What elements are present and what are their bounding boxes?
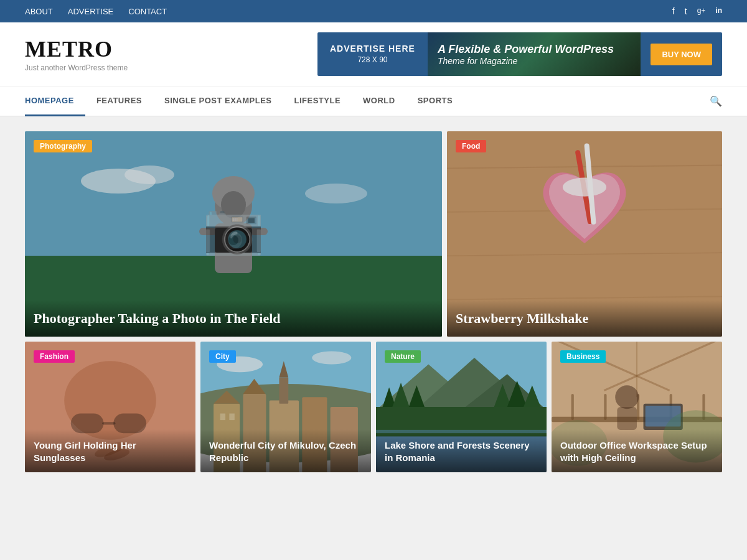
top-navigation: ABOUT ADVERTISE CONTACT: [25, 7, 167, 16]
featured-large-card[interactable]: Photography Photographer Taking a Photo …: [25, 131, 442, 337]
fashion-badge[interactable]: Fashion: [34, 350, 75, 363]
site-tagline: Just another WordPress theme: [25, 63, 128, 72]
ad-title: ADVERTISE HERE: [330, 43, 415, 55]
site-header: METRO Just another WordPress theme ADVER…: [0, 22, 747, 86]
business-overlay-content: Outdoor Office Workspace Setup with High…: [552, 429, 722, 472]
ad-left-panel: ADVERTISE HERE 728 X 90: [317, 43, 428, 65]
featured-large-overlay-content: Photographer Taking a Photo in The Field: [25, 300, 442, 337]
business-badge[interactable]: Business: [560, 350, 606, 363]
city-card[interactable]: City Wonderful City of Mikulov, Czech Re…: [200, 342, 371, 472]
main-content: Photography Photographer Taking a Photo …: [25, 131, 722, 472]
bottom-grid: Fashion Young Girl Holding Her Sunglasse…: [25, 342, 722, 472]
main-navigation: HOMEPAGE FEATURES SINGLE POST EXAMPLES L…: [0, 86, 747, 116]
top-bar: ABOUT ADVERTISE CONTACT f t g+ in: [0, 0, 747, 22]
buy-now-button[interactable]: BUY NOW: [651, 44, 712, 65]
nav-homepage[interactable]: HOMEPAGE: [25, 86, 85, 116]
city-badge[interactable]: City: [209, 350, 236, 363]
nature-overlay-content: Lake Shore and Forests Scenery in Romani…: [376, 429, 547, 472]
fashion-card[interactable]: Fashion Young Girl Holding Her Sunglasse…: [25, 342, 195, 472]
nav-single-post-examples[interactable]: SINGLE POST EXAMPLES: [153, 86, 283, 116]
logo-area: METRO Just another WordPress theme: [25, 36, 128, 72]
nature-title: Lake Shore and Forests Scenery in Romani…: [385, 439, 538, 464]
ad-middle-panel: A Flexible & Powerful WordPress Theme fo…: [428, 32, 641, 76]
ad-subheadline: Theme for Magazine: [438, 56, 631, 66]
featured-small-title: Strawberry Milkshake: [456, 310, 713, 328]
contact-link[interactable]: CONTACT: [128, 7, 167, 16]
nature-badge[interactable]: Nature: [385, 350, 421, 363]
photography-badge[interactable]: Photography: [34, 140, 92, 152]
advertise-link[interactable]: ADVERTISE: [68, 7, 113, 16]
food-badge[interactable]: Food: [456, 140, 486, 152]
ad-right-panel: BUY NOW: [641, 44, 722, 65]
ad-headline: A Flexible & Powerful WordPress: [438, 43, 631, 56]
city-overlay-content: Wonderful City of Mikulov, Czech Republi…: [200, 429, 371, 472]
featured-small-card[interactable]: Food Strawberry Milkshake: [447, 131, 722, 337]
city-title: Wonderful City of Mikulov, Czech Republi…: [209, 439, 362, 464]
ad-size: 728 X 90: [330, 55, 415, 65]
nav-features[interactable]: FEATURES: [85, 86, 153, 116]
twitter-icon[interactable]: t: [685, 6, 687, 16]
ad-banner: ADVERTISE HERE 728 X 90 A Flexible & Pow…: [317, 32, 722, 76]
googleplus-icon[interactable]: g+: [697, 6, 706, 16]
social-icons: f t g+ in: [672, 6, 722, 16]
nav-lifestyle[interactable]: LIFESTYLE: [283, 86, 352, 116]
site-logo[interactable]: METRO: [25, 36, 128, 62]
about-link[interactable]: ABOUT: [25, 7, 53, 16]
footer-space: [0, 487, 747, 525]
nav-sports[interactable]: SPORTS: [406, 86, 464, 116]
fashion-title: Young Girl Holding Her Sunglasses: [34, 439, 187, 464]
linkedin-icon[interactable]: in: [715, 6, 722, 16]
featured-grid: Photography Photographer Taking a Photo …: [25, 131, 722, 337]
nav-items: HOMEPAGE FEATURES SINGLE POST EXAMPLES L…: [25, 86, 710, 116]
featured-large-title: Photographer Taking a Photo in The Field: [34, 310, 433, 328]
featured-small-overlay-content: Strawberry Milkshake: [447, 300, 722, 337]
facebook-icon[interactable]: f: [672, 6, 675, 16]
business-title: Outdoor Office Workspace Setup with High…: [560, 439, 713, 464]
fashion-overlay-content: Young Girl Holding Her Sunglasses: [25, 429, 195, 472]
nature-card[interactable]: Nature Lake Shore and Forests Scenery in…: [376, 342, 547, 472]
nav-world[interactable]: WORLD: [352, 86, 406, 116]
business-card[interactable]: Business Outdoor Office Workspace Setup …: [552, 342, 722, 472]
search-icon[interactable]: 🔍: [710, 95, 722, 107]
